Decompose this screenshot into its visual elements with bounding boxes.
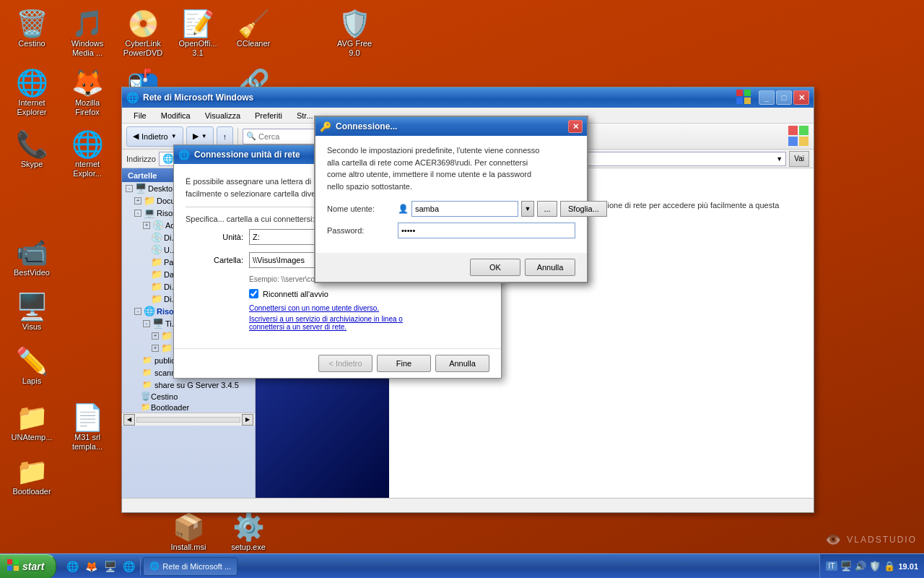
username-browse-button[interactable]: ... — [537, 201, 557, 217]
close-button[interactable]: ✕ — [793, 90, 809, 105]
password-input[interactable] — [398, 223, 575, 238]
tree-toggle-n1[interactable]: + — [152, 332, 159, 340]
connect-as-different-user-link[interactable]: Connettersi con un nome utente diverso. — [186, 304, 489, 312]
desktop-icon-skype[interactable]: 📞 Skype — [6, 126, 58, 172]
username-sfoglia-button[interactable]: Sfoglia... — [560, 201, 607, 217]
sidebar-scroll-left[interactable]: ◀ — [123, 414, 135, 426]
trash-icon: 🗑️ — [16, 9, 48, 39]
svg-rect-6 — [788, 137, 798, 146]
tree-toggle-risor2[interactable]: - — [134, 308, 141, 315]
desktop-icon-visus[interactable]: 🖥️ Visus — [6, 289, 58, 335]
tree-toggle-n2[interactable]: + — [152, 345, 159, 352]
desktop-icon-ccleaner-label: CCleaner — [237, 39, 270, 48]
desktop-icon-installmsi-label: Install.msi — [171, 543, 206, 552]
login-info-text: Secondo le impostazioni predefinite, l'u… — [327, 144, 575, 192]
ie-icon: 🌐 — [16, 68, 48, 98]
connect-dialog-footer: < Indietro Fine Annulla — [174, 348, 501, 378]
back-dropdown-icon: ▼ — [171, 133, 177, 139]
openoffice-icon: 📝 — [182, 9, 214, 39]
sidebar-item-share[interactable]: 📁 share su G Server 3.4.5 — [122, 379, 255, 391]
tree-toggle-desktop[interactable]: - — [126, 185, 133, 192]
desktop-icon-ie-label: InternetExplorer — [17, 98, 47, 117]
tree-toggle-ac[interactable]: + — [143, 222, 150, 229]
tree-toggle-ti[interactable]: - — [143, 320, 150, 327]
desktop-icon-lapis[interactable]: ✏️ Lapis — [6, 343, 58, 389]
desktop-icon-m31[interactable]: 📄 M31 srltempla... — [61, 400, 113, 454]
address-icon: 🌐 — [162, 153, 174, 164]
register-link[interactable]: Iscriversi a un servizio di archiviazion… — [186, 315, 489, 331]
ok-button[interactable]: OK — [470, 259, 520, 276]
quick-launch-screen[interactable]: 🖥️ — [101, 558, 118, 575]
setup-icon: ⚙️ — [232, 512, 265, 543]
system-tray: IT 🖥️ 🔊 🛡️ 🔒 19.01 — [819, 554, 924, 578]
desktop-icon-avg[interactable]: 🛡️ AVG Free9.0 — [328, 6, 380, 61]
forward-button[interactable]: ▶ ▼ — [186, 126, 214, 147]
login-close-button[interactable]: ✕ — [568, 120, 583, 133]
login-footer: OK Annulla — [315, 253, 587, 282]
cestino-sm-icon: 🗑️ — [141, 392, 151, 401]
different-user-span[interactable]: nome utente diverso — [312, 304, 378, 312]
menu-file[interactable]: File — [128, 110, 152, 121]
da-icon: 📁 — [151, 269, 162, 280]
desktop-icon-bootloader[interactable]: 📁 Bootloader — [6, 454, 58, 499]
menu-preferiti[interactable]: Preferiti — [249, 110, 288, 121]
sidebar-scroll-right[interactable]: ▶ — [242, 414, 253, 426]
desktop-icon-unatemp[interactable]: 📁 UNAtemp... — [6, 400, 58, 445]
desktop-icon-ie2-label: nternetExplor... — [73, 160, 102, 178]
share-icon: 📁 — [142, 380, 152, 389]
sidebar-item-bootloader[interactable]: 📁 Bootloader — [122, 402, 255, 413]
desktop-icon-ccleaner[interactable]: 🧹 CCleaner — [227, 6, 279, 51]
lapis-icon: ✏️ — [16, 346, 48, 376]
maximize-button[interactable]: □ — [776, 90, 792, 105]
menu-visualizza[interactable]: Visualizza — [199, 110, 246, 121]
taskbar-explorer-btn[interactable]: 🌐 Rete di Microsoft ... — [143, 557, 237, 576]
desktop-icon-bestvideo[interactable]: 📹 BestVideo — [6, 235, 58, 280]
login-dialog-icon: 🔑 — [320, 121, 331, 132]
menu-modifica[interactable]: Modifica — [155, 110, 196, 121]
cancel-button-connect[interactable]: Annulla — [435, 355, 489, 372]
desktop-folder-icon: 🖥️ — [135, 183, 147, 194]
reconnect-checkbox[interactable] — [249, 289, 258, 298]
minimize-button[interactable]: _ — [759, 90, 775, 105]
ccleaner-icon: 🧹 — [237, 9, 270, 39]
desktop-icon-installmsi[interactable]: 📦 Install.msi — [162, 509, 214, 555]
finish-button[interactable]: Fine — [377, 355, 431, 372]
cancel-button-login[interactable]: Annulla — [525, 259, 575, 276]
windows-flag-icon — [736, 89, 751, 106]
quick-launch-firefox[interactable]: 🦊 — [82, 558, 100, 575]
svg-rect-1 — [744, 90, 751, 96]
username-input-wrap: 👤 ▼ ... Sfoglia... — [398, 201, 607, 217]
desktop-icon-cyberlink[interactable]: 📀 CyberLinkPowerDVD — [117, 6, 169, 61]
back-button-connect[interactable]: < Indietro — [318, 355, 372, 372]
taskbar-explorer-icon: 🌐 — [149, 561, 160, 571]
desktop-icon-lapis-label: Lapis — [22, 376, 41, 386]
sidebar-item-cestino[interactable]: 🗑️ Cestino — [122, 391, 255, 402]
go-button[interactable]: Vai — [789, 151, 809, 167]
quick-launch-ie[interactable]: 🌐 — [64, 558, 81, 575]
sidebar-scrollbar-track[interactable] — [136, 417, 240, 423]
folder-label: Cartella: — [186, 256, 243, 264]
up-button[interactable]: ↑ — [217, 126, 234, 147]
desktop-icon-openoffice[interactable]: 📝 OpenOffi...3.1 — [172, 6, 224, 61]
tree-toggle-docum[interactable]: + — [134, 197, 141, 204]
windows-media-icon: 🎵 — [71, 9, 104, 39]
desktop-icon-cestino[interactable]: 🗑️ Cestino — [6, 6, 58, 51]
start-label: start — [22, 561, 44, 572]
svg-rect-2 — [736, 98, 743, 104]
connect-dialog-icon: 🌐 — [178, 150, 190, 160]
scanner-share-icon: 📁 — [142, 368, 152, 377]
desktop-icon-ie[interactable]: 🌐 InternetExplorer — [6, 65, 58, 120]
username-input[interactable] — [411, 201, 518, 217]
username-dropdown[interactable]: ▼ — [521, 201, 534, 217]
skype-icon: 📞 — [16, 129, 48, 160]
desktop-icon-windows-media[interactable]: 🎵 WindowsMedia ... — [61, 6, 113, 61]
desktop-icon-visus-label: Visus — [22, 322, 42, 332]
desktop-icon-setup[interactable]: ⚙️ setup.exe — [222, 509, 274, 555]
tree-toggle-risor1[interactable]: - — [134, 210, 141, 217]
quick-launch-ie2[interactable]: 🌐 — [120, 558, 137, 575]
desktop-icon-ie2[interactable]: 🌐 nternetExplor... — [61, 126, 113, 181]
back-arrow-icon: ◀ — [133, 131, 139, 141]
back-button[interactable]: ◀ Indietro ▼ — [126, 126, 183, 147]
start-button[interactable]: start — [0, 554, 56, 579]
desktop-icon-firefox[interactable]: 🦊 MozillaFirefox — [61, 65, 113, 120]
